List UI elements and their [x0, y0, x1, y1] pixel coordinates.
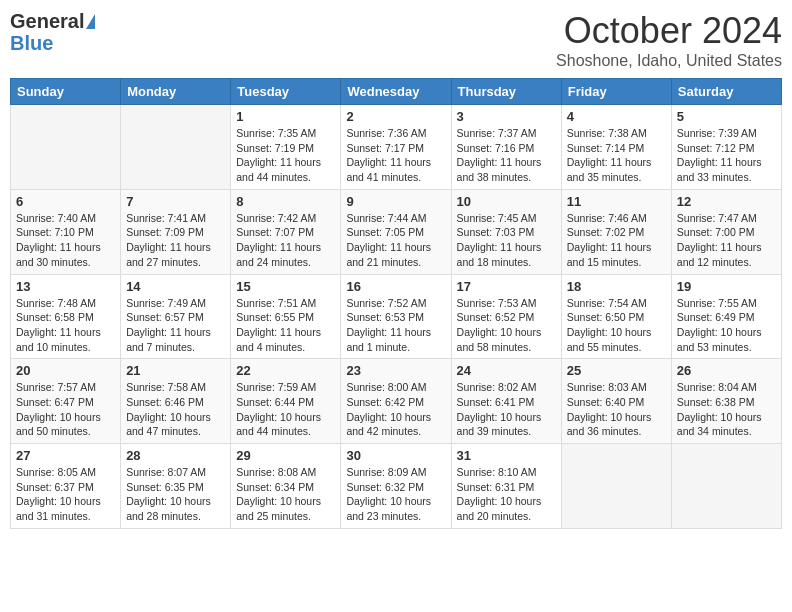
day-number: 30 — [346, 448, 445, 463]
day-number: 27 — [16, 448, 115, 463]
day-info: Sunrise: 7:47 AMSunset: 7:00 PMDaylight:… — [677, 211, 776, 270]
calendar-cell — [561, 444, 671, 529]
month-title: October 2024 — [556, 10, 782, 52]
calendar-cell: 17Sunrise: 7:53 AMSunset: 6:52 PMDayligh… — [451, 274, 561, 359]
day-number: 16 — [346, 279, 445, 294]
calendar-cell: 24Sunrise: 8:02 AMSunset: 6:41 PMDayligh… — [451, 359, 561, 444]
day-info: Sunrise: 8:02 AMSunset: 6:41 PMDaylight:… — [457, 380, 556, 439]
calendar-cell — [11, 105, 121, 190]
calendar-cell: 30Sunrise: 8:09 AMSunset: 6:32 PMDayligh… — [341, 444, 451, 529]
calendar-cell: 31Sunrise: 8:10 AMSunset: 6:31 PMDayligh… — [451, 444, 561, 529]
day-number: 4 — [567, 109, 666, 124]
header-saturday: Saturday — [671, 79, 781, 105]
calendar-cell: 6Sunrise: 7:40 AMSunset: 7:10 PMDaylight… — [11, 189, 121, 274]
day-number: 24 — [457, 363, 556, 378]
header-thursday: Thursday — [451, 79, 561, 105]
calendar-cell: 13Sunrise: 7:48 AMSunset: 6:58 PMDayligh… — [11, 274, 121, 359]
calendar-cell: 26Sunrise: 8:04 AMSunset: 6:38 PMDayligh… — [671, 359, 781, 444]
day-info: Sunrise: 7:59 AMSunset: 6:44 PMDaylight:… — [236, 380, 335, 439]
day-info: Sunrise: 7:58 AMSunset: 6:46 PMDaylight:… — [126, 380, 225, 439]
title-section: October 2024 Shoshone, Idaho, United Sta… — [556, 10, 782, 70]
day-number: 12 — [677, 194, 776, 209]
calendar-cell: 1Sunrise: 7:35 AMSunset: 7:19 PMDaylight… — [231, 105, 341, 190]
day-info: Sunrise: 8:08 AMSunset: 6:34 PMDaylight:… — [236, 465, 335, 524]
day-number: 1 — [236, 109, 335, 124]
calendar-cell: 29Sunrise: 8:08 AMSunset: 6:34 PMDayligh… — [231, 444, 341, 529]
calendar-cell: 5Sunrise: 7:39 AMSunset: 7:12 PMDaylight… — [671, 105, 781, 190]
day-info: Sunrise: 8:10 AMSunset: 6:31 PMDaylight:… — [457, 465, 556, 524]
week-row-2: 6Sunrise: 7:40 AMSunset: 7:10 PMDaylight… — [11, 189, 782, 274]
day-number: 31 — [457, 448, 556, 463]
day-info: Sunrise: 8:07 AMSunset: 6:35 PMDaylight:… — [126, 465, 225, 524]
logo-general-text: General — [10, 10, 84, 33]
day-info: Sunrise: 7:40 AMSunset: 7:10 PMDaylight:… — [16, 211, 115, 270]
calendar-cell: 7Sunrise: 7:41 AMSunset: 7:09 PMDaylight… — [121, 189, 231, 274]
calendar-cell: 25Sunrise: 8:03 AMSunset: 6:40 PMDayligh… — [561, 359, 671, 444]
day-info: Sunrise: 7:55 AMSunset: 6:49 PMDaylight:… — [677, 296, 776, 355]
week-row-3: 13Sunrise: 7:48 AMSunset: 6:58 PMDayligh… — [11, 274, 782, 359]
header-friday: Friday — [561, 79, 671, 105]
calendar-cell: 16Sunrise: 7:52 AMSunset: 6:53 PMDayligh… — [341, 274, 451, 359]
calendar-cell: 10Sunrise: 7:45 AMSunset: 7:03 PMDayligh… — [451, 189, 561, 274]
day-info: Sunrise: 8:03 AMSunset: 6:40 PMDaylight:… — [567, 380, 666, 439]
header-sunday: Sunday — [11, 79, 121, 105]
calendar-table: SundayMondayTuesdayWednesdayThursdayFrid… — [10, 78, 782, 529]
day-number: 25 — [567, 363, 666, 378]
calendar-cell — [671, 444, 781, 529]
calendar-cell: 9Sunrise: 7:44 AMSunset: 7:05 PMDaylight… — [341, 189, 451, 274]
calendar-header: SundayMondayTuesdayWednesdayThursdayFrid… — [11, 79, 782, 105]
week-row-1: 1Sunrise: 7:35 AMSunset: 7:19 PMDaylight… — [11, 105, 782, 190]
day-info: Sunrise: 7:45 AMSunset: 7:03 PMDaylight:… — [457, 211, 556, 270]
location-text: Shoshone, Idaho, United States — [556, 52, 782, 70]
day-number: 14 — [126, 279, 225, 294]
week-row-5: 27Sunrise: 8:05 AMSunset: 6:37 PMDayligh… — [11, 444, 782, 529]
day-number: 8 — [236, 194, 335, 209]
logo-blue-text: Blue — [10, 33, 53, 53]
day-info: Sunrise: 7:38 AMSunset: 7:14 PMDaylight:… — [567, 126, 666, 185]
calendar-cell: 4Sunrise: 7:38 AMSunset: 7:14 PMDaylight… — [561, 105, 671, 190]
day-number: 10 — [457, 194, 556, 209]
day-number: 11 — [567, 194, 666, 209]
day-info: Sunrise: 7:42 AMSunset: 7:07 PMDaylight:… — [236, 211, 335, 270]
day-number: 17 — [457, 279, 556, 294]
day-number: 23 — [346, 363, 445, 378]
day-number: 13 — [16, 279, 115, 294]
day-number: 28 — [126, 448, 225, 463]
day-info: Sunrise: 7:41 AMSunset: 7:09 PMDaylight:… — [126, 211, 225, 270]
day-info: Sunrise: 7:35 AMSunset: 7:19 PMDaylight:… — [236, 126, 335, 185]
calendar-cell: 12Sunrise: 7:47 AMSunset: 7:00 PMDayligh… — [671, 189, 781, 274]
header-wednesday: Wednesday — [341, 79, 451, 105]
day-info: Sunrise: 7:52 AMSunset: 6:53 PMDaylight:… — [346, 296, 445, 355]
calendar-cell: 15Sunrise: 7:51 AMSunset: 6:55 PMDayligh… — [231, 274, 341, 359]
day-info: Sunrise: 7:57 AMSunset: 6:47 PMDaylight:… — [16, 380, 115, 439]
header-row: SundayMondayTuesdayWednesdayThursdayFrid… — [11, 79, 782, 105]
day-number: 9 — [346, 194, 445, 209]
day-number: 15 — [236, 279, 335, 294]
day-info: Sunrise: 7:49 AMSunset: 6:57 PMDaylight:… — [126, 296, 225, 355]
day-info: Sunrise: 7:53 AMSunset: 6:52 PMDaylight:… — [457, 296, 556, 355]
day-number: 18 — [567, 279, 666, 294]
calendar-cell: 22Sunrise: 7:59 AMSunset: 6:44 PMDayligh… — [231, 359, 341, 444]
day-number: 20 — [16, 363, 115, 378]
week-row-4: 20Sunrise: 7:57 AMSunset: 6:47 PMDayligh… — [11, 359, 782, 444]
day-info: Sunrise: 7:37 AMSunset: 7:16 PMDaylight:… — [457, 126, 556, 185]
day-info: Sunrise: 8:09 AMSunset: 6:32 PMDaylight:… — [346, 465, 445, 524]
logo: General Blue — [10, 10, 95, 53]
calendar-cell: 23Sunrise: 8:00 AMSunset: 6:42 PMDayligh… — [341, 359, 451, 444]
calendar-cell: 3Sunrise: 7:37 AMSunset: 7:16 PMDaylight… — [451, 105, 561, 190]
day-number: 22 — [236, 363, 335, 378]
day-info: Sunrise: 7:54 AMSunset: 6:50 PMDaylight:… — [567, 296, 666, 355]
day-number: 2 — [346, 109, 445, 124]
header-monday: Monday — [121, 79, 231, 105]
day-info: Sunrise: 7:48 AMSunset: 6:58 PMDaylight:… — [16, 296, 115, 355]
day-number: 6 — [16, 194, 115, 209]
day-info: Sunrise: 7:51 AMSunset: 6:55 PMDaylight:… — [236, 296, 335, 355]
day-number: 7 — [126, 194, 225, 209]
day-number: 5 — [677, 109, 776, 124]
day-info: Sunrise: 8:00 AMSunset: 6:42 PMDaylight:… — [346, 380, 445, 439]
day-info: Sunrise: 8:05 AMSunset: 6:37 PMDaylight:… — [16, 465, 115, 524]
day-info: Sunrise: 7:36 AMSunset: 7:17 PMDaylight:… — [346, 126, 445, 185]
calendar-cell: 21Sunrise: 7:58 AMSunset: 6:46 PMDayligh… — [121, 359, 231, 444]
calendar-cell: 27Sunrise: 8:05 AMSunset: 6:37 PMDayligh… — [11, 444, 121, 529]
logo-triangle-icon — [86, 14, 95, 29]
